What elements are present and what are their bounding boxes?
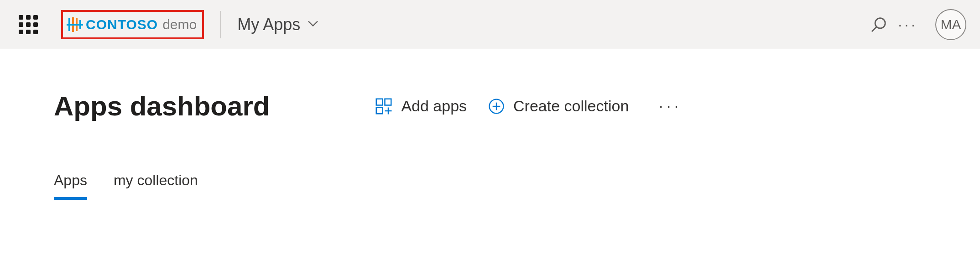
- tab-label: my collection: [114, 172, 198, 188]
- search-icon: [870, 16, 887, 33]
- org-logo-mark-icon: [67, 16, 83, 33]
- svg-rect-7: [376, 99, 383, 105]
- top-header: CONTOSO demo My Apps ··· MA: [0, 0, 980, 49]
- page-title: Apps dashboard: [54, 90, 270, 122]
- header-more-button[interactable]: ···: [893, 10, 923, 39]
- app-context-label: My Apps: [237, 15, 300, 34]
- svg-line-6: [872, 26, 877, 31]
- tab-my-collection[interactable]: my collection: [114, 172, 198, 200]
- plus-circle-icon: [488, 98, 505, 115]
- org-logo[interactable]: CONTOSO demo: [61, 10, 204, 39]
- add-apps-label: Add apps: [401, 97, 467, 115]
- title-row: Apps dashboard Add apps Create c: [54, 90, 980, 122]
- org-logo-suffix: demo: [162, 17, 197, 32]
- avatar-initials: MA: [941, 17, 961, 32]
- title-actions: Add apps Create collection ···: [375, 97, 682, 115]
- svg-rect-9: [376, 107, 383, 114]
- chevron-down-icon: [307, 17, 319, 32]
- app-launcher-icon[interactable]: [17, 14, 39, 36]
- tab-label: Apps: [54, 172, 87, 188]
- svg-rect-8: [385, 99, 391, 105]
- org-logo-brand: CONTOSO: [86, 17, 158, 32]
- create-collection-button[interactable]: Create collection: [488, 97, 629, 115]
- main-content: Apps dashboard Add apps Create c: [0, 49, 980, 200]
- tab-apps[interactable]: Apps: [54, 172, 87, 200]
- ellipsis-icon: ···: [898, 17, 917, 32]
- add-apps-button[interactable]: Add apps: [375, 97, 467, 115]
- ellipsis-icon: ···: [659, 98, 682, 114]
- add-apps-icon: [375, 97, 393, 115]
- account-avatar[interactable]: MA: [935, 9, 966, 40]
- create-collection-label: Create collection: [513, 97, 629, 115]
- app-context-switcher[interactable]: My Apps: [237, 15, 319, 34]
- header-divider: [220, 11, 221, 38]
- dashboard-more-button[interactable]: ···: [659, 98, 682, 115]
- search-button[interactable]: [864, 10, 893, 39]
- tabs: Apps my collection: [54, 172, 980, 200]
